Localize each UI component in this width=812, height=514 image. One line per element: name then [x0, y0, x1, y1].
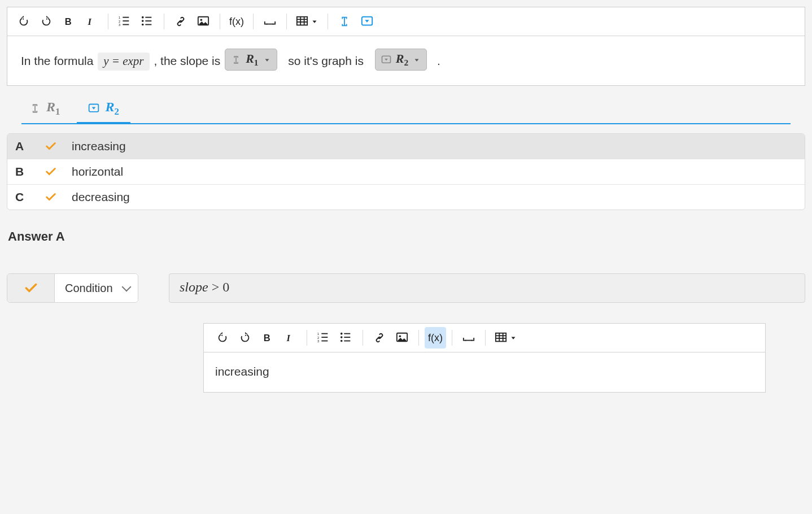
ordered-list-button[interactable] — [313, 327, 334, 349]
sentence-text: In the formula — [21, 54, 97, 67]
answer-text: increasing — [72, 140, 797, 153]
bold-button[interactable] — [257, 327, 278, 349]
answer-letter: A — [15, 140, 45, 153]
toolbar-divider — [485, 330, 486, 346]
link-button[interactable] — [369, 327, 390, 349]
sentence-text: . — [437, 54, 440, 67]
dropdown-icon — [381, 55, 391, 65]
condition-expression-input[interactable]: slope > 0 — [169, 273, 805, 303]
chevron-down-icon — [311, 18, 318, 25]
answer-letter: C — [15, 190, 45, 204]
redo-button[interactable] — [234, 327, 256, 349]
unordered-list-button[interactable] — [335, 327, 357, 349]
sentence-text: so it's graph is — [288, 54, 366, 67]
answer-letter: B — [15, 165, 45, 178]
chevron-down-icon — [509, 334, 517, 342]
chevron-down-icon — [263, 56, 271, 64]
answer-heading: Answer A — [8, 229, 805, 244]
answer-text: decreasing — [72, 190, 797, 204]
answer-content-editor: f(x) increasing — [203, 323, 766, 393]
toolbar-divider — [164, 14, 164, 29]
answers-table: A increasing B horizontal C decreasing — [7, 133, 805, 210]
tab-r1[interactable]: R1 — [21, 96, 68, 123]
editor-content[interactable]: In the formula y = expr , the slope is R… — [7, 36, 805, 85]
response-tabs: R1 R2 — [21, 96, 791, 124]
check-icon — [45, 191, 57, 203]
link-button[interactable] — [170, 11, 191, 32]
ordered-list-button[interactable] — [114, 11, 136, 32]
condition-type-select[interactable]: Condition — [55, 274, 138, 302]
redo-button[interactable] — [36, 11, 57, 32]
question-editor: f(x) In the formula y = expr , the slope… — [7, 7, 805, 86]
unordered-list-button[interactable] — [137, 11, 158, 32]
text-cursor-icon — [29, 103, 41, 114]
expression-token[interactable]: y = expr — [98, 53, 149, 71]
image-button[interactable] — [391, 327, 413, 349]
answer-editor-toolbar: f(x) — [204, 324, 765, 352]
condition-row: Condition slope > 0 — [7, 273, 805, 303]
math-label: f(x) — [229, 16, 244, 28]
answer-row[interactable]: B horizontal — [7, 159, 805, 184]
answer-row[interactable]: C decreasing — [7, 184, 805, 210]
insert-dropdown-response-button[interactable] — [356, 11, 378, 32]
toolbar-divider — [328, 14, 328, 29]
response-token-r2[interactable]: R2 — [375, 49, 427, 71]
blank-button[interactable] — [458, 327, 479, 349]
sentence-text: , the slope is — [154, 54, 224, 67]
math-label: f(x) — [428, 332, 443, 344]
response-token-r1[interactable]: R1 — [225, 49, 277, 71]
toolbar-divider — [418, 330, 419, 346]
math-button[interactable]: f(x) — [226, 11, 247, 32]
toolbar-divider — [363, 330, 363, 346]
check-icon — [45, 140, 57, 153]
check-icon — [45, 165, 57, 178]
tab-label: R1 — [46, 99, 60, 117]
toolbar-divider — [108, 14, 108, 29]
undo-button[interactable] — [212, 327, 233, 349]
bold-button[interactable] — [58, 11, 80, 32]
tab-r2[interactable]: R2 — [80, 96, 126, 123]
dropdown-icon — [88, 103, 99, 114]
toolbar-divider — [452, 330, 452, 346]
condition-control: Condition — [7, 273, 138, 303]
response-token-label: R2 — [396, 51, 408, 68]
condition-type-select-wrap: Condition — [55, 274, 138, 302]
answer-row[interactable]: A increasing — [7, 134, 805, 159]
answer-editor-content[interactable]: increasing — [204, 352, 765, 392]
text-cursor-icon — [231, 55, 241, 65]
chevron-down-icon — [413, 56, 421, 64]
italic-button[interactable] — [81, 11, 102, 32]
toolbar-divider — [220, 14, 220, 29]
tab-label: R2 — [105, 99, 119, 117]
blank-button[interactable] — [259, 11, 281, 32]
response-token-label: R1 — [246, 51, 258, 68]
answer-text: horizontal — [72, 165, 797, 178]
undo-button[interactable] — [13, 11, 34, 32]
toolbar-divider — [253, 14, 254, 29]
toolbar-divider — [307, 330, 307, 346]
math-button[interactable]: f(x) — [425, 327, 446, 349]
editor-toolbar: f(x) — [7, 7, 805, 36]
toolbar-divider — [286, 14, 287, 29]
insert-text-response-button[interactable] — [334, 11, 355, 32]
table-button[interactable] — [491, 327, 521, 349]
table-button[interactable] — [293, 11, 322, 32]
image-button[interactable] — [193, 11, 214, 32]
condition-check-button[interactable] — [7, 274, 55, 302]
italic-button[interactable] — [280, 327, 301, 349]
check-icon — [24, 281, 38, 295]
